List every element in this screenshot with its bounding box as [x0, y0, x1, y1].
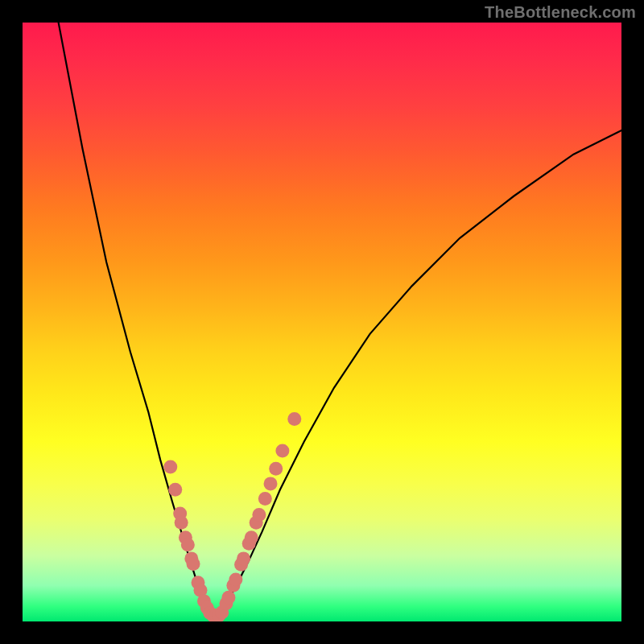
curve-left-branch	[59, 23, 212, 618]
bottleneck-curve-svg	[23, 23, 621, 621]
chart-frame: TheBottleneck.com	[0, 0, 644, 644]
scatter-dot	[275, 444, 289, 457]
scatter-dot	[163, 460, 177, 474]
scatter-dot	[187, 557, 200, 571]
scatter-dot	[258, 492, 272, 506]
scatter-dot	[252, 508, 266, 522]
scatter-dots-group	[163, 412, 301, 621]
scatter-dot	[237, 551, 250, 565]
scatter-dot	[264, 477, 278, 490]
scatter-dot	[287, 412, 301, 426]
scatter-dot	[181, 538, 195, 551]
watermark-text: TheBottleneck.com	[485, 3, 636, 22]
scatter-dot	[175, 516, 188, 530]
scatter-dot	[269, 462, 283, 476]
scatter-dot	[168, 483, 182, 497]
scatter-dot	[229, 572, 242, 586]
plot-area	[23, 23, 621, 621]
scatter-dot	[245, 530, 258, 544]
curve-right-branch	[211, 130, 621, 618]
scatter-dot	[221, 591, 235, 605]
